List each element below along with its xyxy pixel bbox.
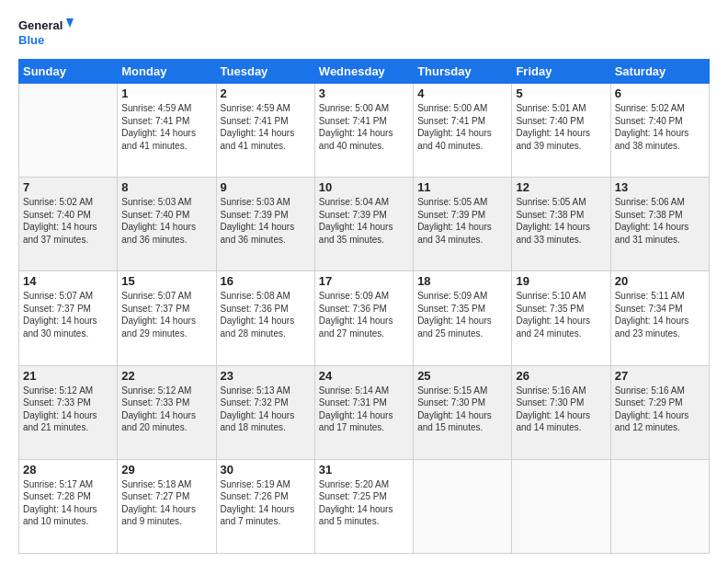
- day-number: 17: [319, 274, 409, 288]
- calendar-cell: 20Sunrise: 5:11 AMSunset: 7:34 PMDayligh…: [610, 271, 709, 365]
- calendar-cell: 28Sunrise: 5:17 AMSunset: 7:28 PMDayligh…: [19, 459, 118, 553]
- day-number: 2: [221, 86, 311, 100]
- day-number: 3: [319, 86, 409, 100]
- day-info: Sunrise: 5:12 AMSunset: 7:33 PMDaylight:…: [23, 385, 113, 434]
- day-number: 22: [121, 369, 211, 383]
- day-info: Sunrise: 5:01 AMSunset: 7:40 PMDaylight:…: [516, 102, 606, 152]
- day-info: Sunrise: 4:59 AMSunset: 7:41 PMDaylight:…: [221, 102, 311, 152]
- calendar-cell: 13Sunrise: 5:06 AMSunset: 7:38 PMDayligh…: [610, 178, 709, 271]
- day-info: Sunrise: 5:08 AMSunset: 7:36 PMDaylight:…: [221, 290, 311, 339]
- day-info: Sunrise: 5:13 AMSunset: 7:32 PMDaylight:…: [221, 385, 311, 434]
- day-info: Sunrise: 5:00 AMSunset: 7:41 PMDaylight:…: [319, 102, 409, 152]
- calendar-week-4: 21Sunrise: 5:12 AMSunset: 7:33 PMDayligh…: [19, 365, 710, 459]
- day-info: Sunrise: 5:15 AMSunset: 7:30 PMDaylight:…: [417, 385, 507, 434]
- calendar-cell: 31Sunrise: 5:20 AMSunset: 7:25 PMDayligh…: [314, 459, 413, 553]
- calendar-cell: 5Sunrise: 5:01 AMSunset: 7:40 PMDaylight…: [512, 84, 610, 178]
- day-number: 21: [23, 369, 113, 383]
- day-number: 13: [615, 180, 705, 194]
- day-number: 7: [23, 180, 113, 194]
- weekday-header-sunday: Sunday: [19, 60, 118, 84]
- calendar-cell: 10Sunrise: 5:04 AMSunset: 7:39 PMDayligh…: [314, 178, 413, 271]
- svg-text:Blue: Blue: [18, 33, 44, 47]
- weekday-header-monday: Monday: [118, 60, 216, 84]
- calendar-cell: 19Sunrise: 5:10 AMSunset: 7:35 PMDayligh…: [512, 271, 610, 365]
- calendar-table: SundayMondayTuesdayWednesdayThursdayFrid…: [18, 59, 710, 554]
- weekday-header-row: SundayMondayTuesdayWednesdayThursdayFrid…: [19, 60, 710, 84]
- calendar-cell: 3Sunrise: 5:00 AMSunset: 7:41 PMDaylight…: [314, 84, 413, 178]
- calendar-cell: 4Sunrise: 5:00 AMSunset: 7:41 PMDaylight…: [414, 84, 512, 178]
- calendar-cell: [512, 459, 610, 553]
- logo: General Blue: [18, 15, 74, 52]
- day-number: 30: [221, 463, 311, 477]
- day-number: 10: [319, 180, 409, 194]
- day-info: Sunrise: 5:09 AMSunset: 7:35 PMDaylight:…: [417, 290, 507, 339]
- day-info: Sunrise: 5:07 AMSunset: 7:37 PMDaylight:…: [23, 290, 113, 339]
- weekday-header-saturday: Saturday: [610, 60, 709, 84]
- day-info: Sunrise: 5:02 AMSunset: 7:40 PMDaylight:…: [615, 102, 705, 152]
- day-number: 19: [516, 274, 606, 288]
- calendar-cell: [414, 459, 512, 553]
- day-info: Sunrise: 4:59 AMSunset: 7:41 PMDaylight:…: [121, 102, 211, 152]
- calendar-week-1: 1Sunrise: 4:59 AMSunset: 7:41 PMDaylight…: [19, 84, 710, 178]
- day-number: 25: [417, 369, 507, 383]
- day-number: 24: [319, 369, 409, 383]
- weekday-header-wednesday: Wednesday: [314, 60, 413, 84]
- calendar-week-5: 28Sunrise: 5:17 AMSunset: 7:28 PMDayligh…: [19, 459, 710, 553]
- day-info: Sunrise: 5:17 AMSunset: 7:28 PMDaylight:…: [23, 478, 113, 528]
- page: General Blue SundayMondayTuesdayWednesda…: [0, 0, 728, 563]
- calendar-week-2: 7Sunrise: 5:02 AMSunset: 7:40 PMDaylight…: [19, 178, 710, 271]
- calendar-cell: [610, 459, 709, 553]
- calendar-cell: 26Sunrise: 5:16 AMSunset: 7:30 PMDayligh…: [512, 365, 610, 459]
- calendar-cell: 23Sunrise: 5:13 AMSunset: 7:32 PMDayligh…: [216, 365, 314, 459]
- calendar-cell: 7Sunrise: 5:02 AMSunset: 7:40 PMDaylight…: [19, 178, 118, 271]
- day-info: Sunrise: 5:16 AMSunset: 7:30 PMDaylight:…: [516, 385, 606, 434]
- day-number: 9: [221, 180, 311, 194]
- day-number: 15: [121, 274, 211, 288]
- calendar-cell: 21Sunrise: 5:12 AMSunset: 7:33 PMDayligh…: [19, 365, 118, 459]
- day-number: 27: [615, 369, 705, 383]
- calendar-cell: 2Sunrise: 4:59 AMSunset: 7:41 PMDaylight…: [216, 84, 314, 178]
- day-info: Sunrise: 5:16 AMSunset: 7:29 PMDaylight:…: [615, 385, 705, 434]
- calendar-cell: 9Sunrise: 5:03 AMSunset: 7:39 PMDaylight…: [216, 178, 314, 271]
- calendar-cell: 8Sunrise: 5:03 AMSunset: 7:40 PMDaylight…: [118, 178, 216, 271]
- day-info: Sunrise: 5:19 AMSunset: 7:26 PMDaylight:…: [221, 478, 311, 528]
- weekday-header-friday: Friday: [512, 60, 610, 84]
- day-info: Sunrise: 5:09 AMSunset: 7:36 PMDaylight:…: [319, 290, 409, 339]
- calendar-cell: 22Sunrise: 5:12 AMSunset: 7:33 PMDayligh…: [118, 365, 216, 459]
- day-number: 5: [516, 86, 606, 100]
- calendar-cell: 25Sunrise: 5:15 AMSunset: 7:30 PMDayligh…: [414, 365, 512, 459]
- calendar-cell: 14Sunrise: 5:07 AMSunset: 7:37 PMDayligh…: [19, 271, 118, 365]
- calendar-cell: 12Sunrise: 5:05 AMSunset: 7:38 PMDayligh…: [512, 178, 610, 271]
- day-number: 8: [121, 180, 211, 194]
- weekday-header-tuesday: Tuesday: [216, 60, 314, 84]
- header: General Blue: [18, 15, 710, 52]
- day-info: Sunrise: 5:03 AMSunset: 7:39 PMDaylight:…: [221, 196, 311, 246]
- calendar-cell: 16Sunrise: 5:08 AMSunset: 7:36 PMDayligh…: [216, 271, 314, 365]
- calendar-week-3: 14Sunrise: 5:07 AMSunset: 7:37 PMDayligh…: [19, 271, 710, 365]
- calendar-cell: 17Sunrise: 5:09 AMSunset: 7:36 PMDayligh…: [314, 271, 413, 365]
- day-number: 31: [319, 463, 409, 477]
- calendar-cell: 1Sunrise: 4:59 AMSunset: 7:41 PMDaylight…: [118, 84, 216, 178]
- day-number: 26: [516, 369, 606, 383]
- calendar-cell: [19, 84, 118, 178]
- calendar-cell: 11Sunrise: 5:05 AMSunset: 7:39 PMDayligh…: [414, 178, 512, 271]
- day-number: 4: [417, 86, 507, 100]
- day-info: Sunrise: 5:00 AMSunset: 7:41 PMDaylight:…: [417, 102, 507, 152]
- calendar-cell: 30Sunrise: 5:19 AMSunset: 7:26 PMDayligh…: [216, 459, 314, 553]
- day-info: Sunrise: 5:06 AMSunset: 7:38 PMDaylight:…: [615, 196, 705, 246]
- weekday-header-thursday: Thursday: [414, 60, 512, 84]
- day-info: Sunrise: 5:14 AMSunset: 7:31 PMDaylight:…: [319, 385, 409, 434]
- day-number: 12: [516, 180, 606, 194]
- day-info: Sunrise: 5:11 AMSunset: 7:34 PMDaylight:…: [615, 290, 705, 339]
- day-info: Sunrise: 5:12 AMSunset: 7:33 PMDaylight:…: [121, 385, 211, 434]
- day-info: Sunrise: 5:02 AMSunset: 7:40 PMDaylight:…: [23, 196, 113, 246]
- day-number: 28: [23, 463, 113, 477]
- day-info: Sunrise: 5:05 AMSunset: 7:39 PMDaylight:…: [417, 196, 507, 246]
- calendar-cell: 27Sunrise: 5:16 AMSunset: 7:29 PMDayligh…: [610, 365, 709, 459]
- day-number: 16: [221, 274, 311, 288]
- day-info: Sunrise: 5:04 AMSunset: 7:39 PMDaylight:…: [319, 196, 409, 246]
- calendar-cell: 29Sunrise: 5:18 AMSunset: 7:27 PMDayligh…: [118, 459, 216, 553]
- day-info: Sunrise: 5:18 AMSunset: 7:27 PMDaylight:…: [121, 478, 211, 528]
- day-number: 18: [417, 274, 507, 288]
- logo-svg: General Blue: [18, 15, 74, 52]
